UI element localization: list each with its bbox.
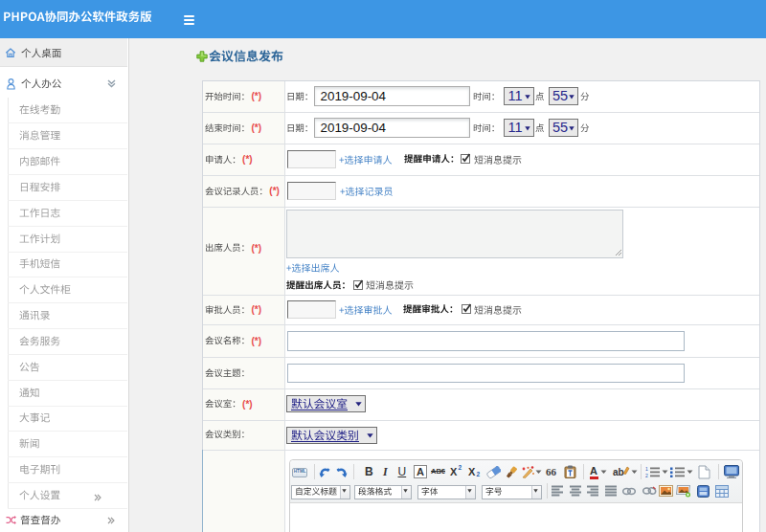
svg-text:2: 2 bbox=[645, 473, 648, 478]
svg-text:A: A bbox=[417, 466, 424, 477]
svg-text:1: 1 bbox=[645, 466, 648, 472]
